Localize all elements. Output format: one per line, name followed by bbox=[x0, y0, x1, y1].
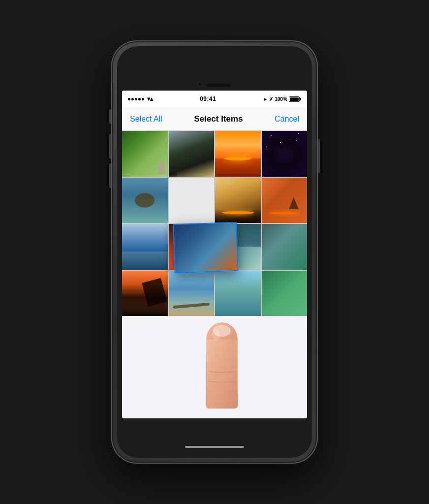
photo-palms bbox=[169, 131, 214, 177]
signal-dot-3 bbox=[135, 98, 137, 100]
photo-nightsky bbox=[262, 131, 307, 177]
svg-rect-1 bbox=[206, 340, 238, 409]
photo-cell-15[interactable] bbox=[215, 271, 261, 316]
phone-frame: ▾▴ 09:41 ► ✗ 100% Select All bbox=[111, 40, 318, 464]
wifi-icon: ▾▴ bbox=[147, 95, 153, 102]
mute-button[interactable] bbox=[109, 109, 111, 124]
volume-up-button[interactable] bbox=[109, 134, 111, 158]
photo-cell-1[interactable] bbox=[122, 131, 168, 177]
battery-icon bbox=[289, 96, 301, 102]
status-right: ► ✗ 100% bbox=[263, 96, 301, 102]
phone-body: ▾▴ 09:41 ► ✗ 100% Select All bbox=[117, 46, 312, 458]
photo-cell-4[interactable] bbox=[262, 131, 307, 177]
photo-hiking bbox=[122, 131, 168, 177]
svg-point-0 bbox=[206, 322, 238, 357]
select-all-button[interactable]: Select All bbox=[130, 115, 162, 124]
signal-dot-1 bbox=[128, 98, 130, 100]
photo-cell-12[interactable] bbox=[262, 224, 307, 270]
photo-cell-5[interactable] bbox=[122, 178, 168, 223]
status-left: ▾▴ bbox=[128, 95, 153, 102]
svg-point-2 bbox=[213, 325, 231, 337]
clock: 09:41 bbox=[200, 95, 216, 102]
photo-cell-16[interactable] bbox=[262, 271, 307, 316]
signal-dot-4 bbox=[138, 98, 141, 100]
speaker-grille bbox=[207, 84, 231, 87]
notch-area bbox=[117, 46, 312, 91]
photo-grid bbox=[122, 131, 307, 418]
volume-down-button[interactable] bbox=[109, 163, 111, 188]
nav-bar: Select All Select Items Cancel bbox=[122, 107, 307, 131]
battery-body bbox=[289, 96, 300, 102]
photo-orange-sunset bbox=[215, 178, 261, 223]
photo-aerial bbox=[215, 271, 261, 316]
photo-turtle bbox=[122, 178, 168, 223]
photo-green-coast bbox=[262, 224, 307, 270]
photo-cell-9[interactable] bbox=[122, 224, 168, 270]
bluetooth-icon: ✗ bbox=[269, 96, 273, 102]
photo-cell-3[interactable] bbox=[215, 131, 261, 177]
finger-overlay bbox=[192, 320, 251, 418]
screen: ▾▴ 09:41 ► ✗ 100% Select All bbox=[122, 91, 307, 418]
photo-sunset bbox=[215, 131, 261, 177]
photo-cell-7[interactable] bbox=[215, 178, 261, 223]
battery-percent: 100% bbox=[275, 96, 287, 102]
nav-title: Select Items bbox=[194, 114, 243, 124]
location-icon: ► bbox=[263, 96, 268, 102]
photo-waves bbox=[122, 224, 168, 270]
photo-cell-13[interactable] bbox=[122, 271, 168, 316]
photo-palm-sunset bbox=[122, 271, 168, 316]
svg-point-3 bbox=[211, 328, 221, 341]
home-indicator[interactable] bbox=[185, 446, 244, 448]
photo-cell-6 bbox=[169, 178, 214, 223]
photo-sailboat bbox=[262, 178, 307, 223]
signal-dot-5 bbox=[142, 98, 144, 100]
photo-empty-cell bbox=[169, 178, 214, 223]
battery-tip bbox=[300, 98, 301, 100]
cancel-button[interactable]: Cancel bbox=[275, 115, 299, 124]
photo-cell-2[interactable] bbox=[169, 131, 214, 177]
photo-beach bbox=[169, 271, 214, 316]
photo-bay bbox=[262, 271, 307, 316]
photo-cell-14[interactable] bbox=[169, 271, 214, 316]
signal-dot-2 bbox=[131, 98, 134, 100]
photo-cell-8[interactable] bbox=[262, 178, 307, 223]
finger-svg bbox=[192, 320, 251, 418]
camera-dot bbox=[198, 82, 203, 87]
status-bar: ▾▴ 09:41 ► ✗ 100% bbox=[122, 91, 307, 107]
battery-fill bbox=[290, 97, 299, 101]
signal-strength bbox=[128, 98, 144, 100]
power-button[interactable] bbox=[318, 139, 320, 173]
lifted-photo bbox=[173, 222, 239, 273]
